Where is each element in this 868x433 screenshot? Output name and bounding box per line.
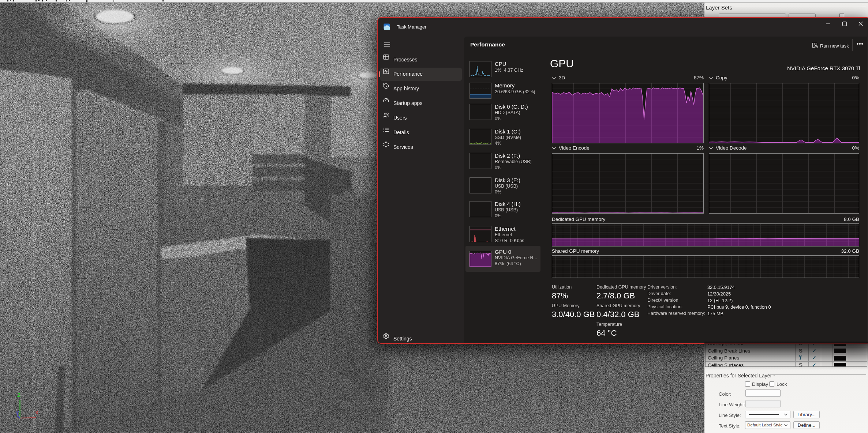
- svg-text:Y: Y: [16, 410, 19, 416]
- svg-text:X: X: [35, 410, 38, 415]
- svg-text:Z: Z: [17, 392, 20, 398]
